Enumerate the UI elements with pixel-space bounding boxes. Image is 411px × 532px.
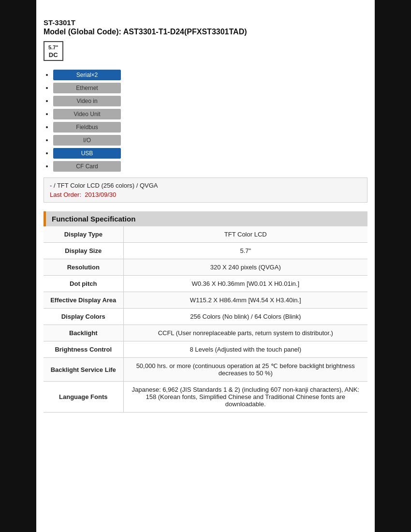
spec-value-2: 320 X 240 pixels (QVGA): [123, 259, 367, 276]
spec-row-4: Effective Display AreaW115.2 X H86.4mm […: [44, 292, 367, 309]
spec-row-9: Language FontsJapanese: 6,962 (JIS Stand…: [44, 382, 367, 413]
spec-row-0: Display TypeTFT Color LCD: [44, 226, 367, 243]
spec-label-6: Backlight: [44, 325, 123, 341]
spec-row-6: BacklightCCFL (User nonreplaceable parts…: [44, 325, 367, 341]
product-title: ST-3301T: [44, 18, 367, 27]
spec-label-9: Language Fonts: [44, 382, 123, 413]
spec-label-8: Backlight Service Life: [44, 358, 123, 382]
option-item-7: CF Card: [53, 161, 367, 172]
spec-value-1: 5.7": [123, 243, 367, 259]
option-btn-1[interactable]: Ethernet: [53, 83, 121, 93]
spec-label-7: Brightness Control: [44, 341, 123, 358]
option-item-4: Fieldbus: [53, 122, 367, 133]
option-item-1: Ethernet: [53, 83, 367, 93]
spec-label-2: Resolution: [44, 259, 123, 276]
spec-value-3: W0.36 X H0.36mm [W0.01 X H0.01in.]: [123, 276, 367, 292]
option-btn-4[interactable]: Fieldbus: [53, 122, 121, 133]
black-right-bar: [375, 0, 411, 532]
option-item-3: Video Unit: [53, 109, 367, 119]
dc-badge: 5.7" DC: [44, 41, 63, 61]
option-item-2: Video in: [53, 96, 367, 106]
spec-value-4: W115.2 X H86.4mm [W4.54 X H3.40in.]: [123, 292, 367, 309]
last-order: Last Order: 2013/09/30: [50, 191, 361, 198]
dc-badge-inch: 5.7": [48, 44, 59, 50]
option-btn-5[interactable]: I/O: [53, 135, 121, 146]
spec-row-2: Resolution320 X 240 pixels (QVGA): [44, 259, 367, 276]
option-item-0: Serial×2: [53, 70, 367, 80]
option-btn-3[interactable]: Video Unit: [53, 109, 121, 119]
spec-value-6: CCFL (User nonreplaceable parts, return …: [123, 325, 367, 341]
option-btn-7[interactable]: CF Card: [53, 161, 121, 172]
content-area: ST-3301T Model (Global Code): AST3301-T1…: [36, 10, 375, 422]
spec-label-1: Display Size: [44, 243, 123, 259]
info-bar: - / TFT Color LCD (256 colors) / QVGA La…: [44, 177, 367, 203]
spec-row-3: Dot pitchW0.36 X H0.36mm [W0.01 X H0.01i…: [44, 276, 367, 292]
spec-label-5: Display Colors: [44, 309, 123, 325]
option-item-5: I/O: [53, 135, 367, 146]
options-list: Serial×2EthernetVideo inVideo UnitFieldb…: [44, 70, 367, 172]
product-model: Model (Global Code): AST3301-T1-D24(PFXS…: [44, 28, 367, 36]
spec-row-5: Display Colors256 Colors (No blink) / 64…: [44, 309, 367, 325]
last-order-date: 2013/09/30: [85, 191, 116, 198]
spec-label-4: Effective Display Area: [44, 292, 123, 309]
black-left-bar: [0, 0, 36, 532]
spec-value-8: 50,000 hrs. or more (continuous operatio…: [123, 358, 367, 382]
last-order-label: Last Order:: [50, 191, 81, 198]
dc-badge-dc: DC: [49, 51, 58, 59]
spec-value-7: 8 Levels (Adjusted with the touch panel): [123, 341, 367, 358]
spec-row-1: Display Size5.7": [44, 243, 367, 259]
spec-row-7: Brightness Control8 Levels (Adjusted wit…: [44, 341, 367, 358]
info-text: - / TFT Color LCD (256 colors) / QVGA: [50, 182, 361, 189]
spec-value-5: 256 Colors (No blink) / 64 Colors (Blink…: [123, 309, 367, 325]
spec-table: Display TypeTFT Color LCDDisplay Size5.7…: [44, 226, 367, 413]
option-btn-6[interactable]: USB: [53, 148, 121, 159]
spec-value-9: Japanese: 6,962 (JIS Standards 1 & 2) (i…: [123, 382, 367, 413]
spec-row-8: Backlight Service Life50,000 hrs. or mor…: [44, 358, 367, 382]
spec-label-3: Dot pitch: [44, 276, 123, 292]
spec-section-title: Functional Specification: [52, 215, 135, 223]
spec-label-0: Display Type: [44, 226, 123, 243]
option-btn-0[interactable]: Serial×2: [53, 70, 121, 80]
page-wrapper: ST-3301T Model (Global Code): AST3301-T1…: [0, 0, 411, 532]
option-item-6: USB: [53, 148, 367, 159]
option-btn-2[interactable]: Video in: [53, 96, 121, 106]
spec-section-header: Functional Specification: [44, 211, 367, 226]
spec-value-0: TFT Color LCD: [123, 226, 367, 243]
